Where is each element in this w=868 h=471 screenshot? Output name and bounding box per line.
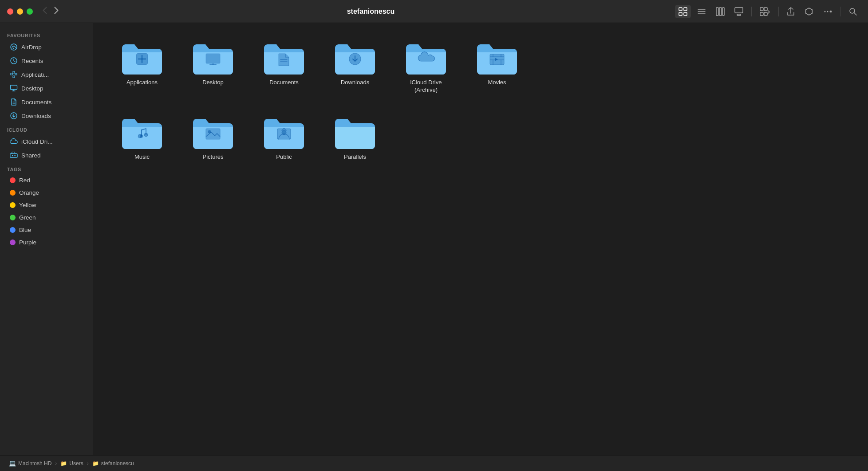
icloud-icon: [10, 137, 18, 145]
sidebar-item-desktop[interactable]: Desktop: [3, 82, 90, 95]
desktop-icon: [10, 84, 18, 92]
svg-rect-24: [11, 85, 17, 90]
forward-button[interactable]: [51, 5, 61, 18]
separator-2: [778, 7, 779, 16]
file-area: Applications Desktop: [93, 23, 868, 455]
svg-rect-12: [760, 8, 763, 11]
hd-icon: 💻: [9, 460, 16, 467]
sidebar-item-airdrop[interactable]: AirDrop: [3, 40, 90, 54]
tag-blue-dot: [10, 227, 16, 233]
sidebar-item-tag-orange[interactable]: Orange: [3, 187, 90, 199]
users-folder-icon: 📁: [60, 460, 67, 467]
svg-rect-7: [716, 8, 718, 16]
sidebar-item-tag-red[interactable]: Red: [3, 174, 90, 186]
svg-rect-36: [206, 54, 220, 63]
separator-3: [840, 7, 840, 16]
sidebar-section-icloud: iCloud: [0, 123, 93, 134]
file-item-icloud-drive[interactable]: iCloud Drive (Archive): [395, 36, 457, 98]
share-button[interactable]: [783, 5, 798, 18]
sidebar-item-downloads[interactable]: Downloads: [3, 109, 90, 122]
sidebar-item-tag-purple-label: Purple: [19, 239, 36, 246]
nav-arrows: [40, 5, 61, 18]
file-label-music: Music: [134, 153, 150, 161]
file-item-pictures[interactable]: Pictures: [182, 111, 244, 165]
sidebar-item-airdrop-label: AirDrop: [21, 44, 42, 51]
sidebar-item-tag-yellow[interactable]: Yellow: [3, 199, 90, 211]
svg-point-31: [12, 155, 13, 157]
view-gallery-button[interactable]: [731, 5, 747, 18]
sidebar-item-documents[interactable]: Documents: [3, 95, 90, 109]
file-label-pictures: Pictures: [203, 153, 224, 161]
sidebar-item-tag-green[interactable]: Green: [3, 212, 90, 224]
documents-icon: [10, 98, 18, 106]
close-button[interactable]: [7, 8, 13, 15]
file-label-parallels: Parallels: [344, 153, 366, 161]
svg-point-16: [825, 11, 826, 12]
svg-point-50: [144, 133, 148, 137]
view-columns-button[interactable]: [712, 5, 728, 18]
file-label-desktop: Desktop: [202, 79, 224, 86]
folder-public-icon: [264, 115, 304, 150]
file-item-movies[interactable]: Movies: [466, 36, 528, 98]
tag-green-dot: [10, 215, 16, 220]
sidebar-item-desktop-label: Desktop: [21, 85, 43, 92]
view-icons-button[interactable]: [675, 5, 691, 18]
svg-point-21: [11, 44, 17, 50]
file-item-downloads[interactable]: Downloads: [324, 36, 386, 98]
sidebar-section-tags: Tags: [0, 162, 93, 174]
sidebar-item-shared[interactable]: Shared: [3, 149, 90, 162]
folder-movies-icon: [477, 41, 517, 75]
sidebar-item-applications[interactable]: Applicati...: [3, 68, 90, 81]
back-button[interactable]: [40, 5, 50, 18]
downloads-icon: [10, 112, 18, 120]
svg-rect-10: [735, 8, 743, 13]
sidebar-section-favourites: Favourites: [0, 28, 93, 40]
svg-rect-15: [764, 12, 767, 16]
folder-desktop-icon: [193, 41, 233, 75]
svg-rect-9: [722, 8, 724, 16]
file-item-documents[interactable]: Documents: [253, 36, 315, 98]
statusbar-users: 📁 Users: [60, 460, 83, 467]
sidebar-item-recents[interactable]: Recents: [3, 54, 90, 67]
sidebar-item-tag-blue[interactable]: Blue: [3, 224, 90, 236]
statusbar: 💻 Macintosh HD › 📁 Users › 📁 stefaniones…: [0, 455, 868, 471]
file-label-movies: Movies: [488, 79, 506, 86]
breadcrumb-sep-1: ›: [55, 460, 57, 467]
folder-parallels-icon: [335, 115, 375, 150]
breadcrumb-sep-2: ›: [87, 460, 89, 467]
view-group-button[interactable]: [756, 5, 774, 18]
statusbar-macintosh-hd: 💻 Macintosh HD: [9, 460, 51, 467]
svg-point-49: [138, 134, 142, 138]
shared-icon: [10, 151, 18, 159]
tag-orange-dot: [10, 190, 16, 196]
file-item-applications[interactable]: Applications: [111, 36, 173, 98]
file-label-public: Public: [276, 153, 292, 161]
svg-point-17: [827, 11, 829, 12]
minimize-button[interactable]: [17, 8, 23, 15]
main-area: Favourites AirDrop Recents: [0, 23, 868, 455]
more-button[interactable]: [820, 5, 836, 18]
statusbar-users-label: Users: [69, 460, 83, 467]
tag-button[interactable]: [801, 5, 817, 18]
maximize-button[interactable]: [27, 8, 33, 15]
search-button[interactable]: [845, 5, 861, 18]
file-grid-row2: Music Pictures: [111, 111, 850, 165]
window-title: stefanionescu: [67, 8, 675, 16]
separator-1: [751, 7, 752, 16]
file-item-desktop[interactable]: Desktop: [182, 36, 244, 98]
sidebar-item-documents-label: Documents: [21, 99, 51, 106]
svg-rect-8: [719, 8, 722, 16]
file-item-public[interactable]: Public: [253, 111, 315, 165]
view-list-button[interactable]: [694, 5, 710, 18]
file-item-parallels[interactable]: Parallels: [324, 111, 386, 165]
file-label-applications: Applications: [126, 79, 158, 86]
sidebar-item-icloud-drive[interactable]: iCloud Dri...: [3, 135, 90, 148]
svg-rect-14: [760, 12, 763, 16]
file-grid-row1: Applications Desktop: [111, 36, 850, 98]
file-item-music[interactable]: Music: [111, 111, 173, 165]
statusbar-hd-label: Macintosh HD: [18, 460, 51, 467]
titlebar: stefanionescu: [0, 0, 868, 23]
svg-line-20: [854, 12, 857, 15]
sidebar-item-tag-purple[interactable]: Purple: [3, 236, 90, 248]
svg-rect-11: [737, 14, 741, 16]
